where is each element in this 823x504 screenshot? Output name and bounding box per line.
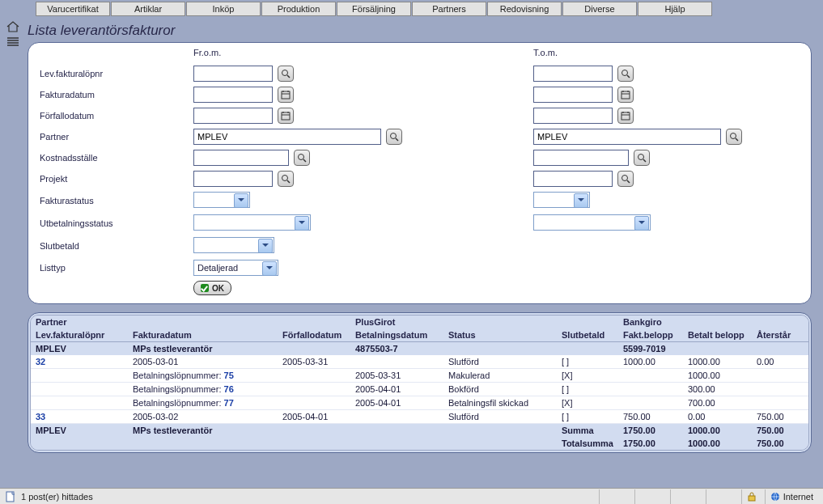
cell: [ ] [557, 383, 618, 396]
kostnad-to-search-icon[interactable] [634, 150, 650, 166]
cell: 1000.00 [683, 355, 752, 369]
cell: 300.00 [683, 383, 752, 396]
kostnad-to-input[interactable] [533, 150, 629, 166]
label-utbet: Utbetalningsstatus [40, 218, 193, 228]
cell [752, 396, 808, 410]
betnr-link[interactable]: 75 [224, 371, 234, 380]
utbet-to-select[interactable] [533, 214, 651, 231]
cell: 2005-03-01 [128, 355, 278, 369]
partner-from-input[interactable] [193, 129, 381, 145]
cell: [ ] [557, 410, 618, 424]
menu-forsaljning[interactable]: Försäljning [337, 2, 411, 16]
total-fb: 1750.00 [618, 437, 683, 450]
page-title: Lista leverantörsfakturor [28, 23, 817, 39]
forfallodatum-to-calendar-icon[interactable] [617, 108, 634, 124]
slutbetald-select[interactable] [193, 237, 274, 253]
th-plusgirot: PlusGirot [350, 316, 443, 328]
cell: 2005-04-01 [350, 383, 443, 396]
ok-button[interactable]: OK [193, 281, 231, 295]
th-fakturadatum: Fakturadatum [128, 328, 278, 342]
list-icon[interactable] [7, 37, 19, 47]
svg-line-27 [643, 159, 646, 162]
sum-bb: 1000.00 [683, 424, 752, 438]
svg-line-3 [627, 75, 630, 78]
cell: Bokförd [443, 383, 557, 396]
cell: 2005-03-31 [350, 369, 443, 383]
betnr-link[interactable]: 76 [224, 384, 234, 394]
svg-rect-33 [749, 496, 755, 501]
home-icon[interactable] [6, 21, 19, 32]
utbet-from-select[interactable] [193, 214, 311, 231]
lopnr-from-input[interactable] [193, 66, 273, 82]
th-status: Status [443, 328, 557, 342]
label-forfallodatum: Förfallodatum [40, 111, 193, 121]
th-partner: Partner [31, 316, 128, 328]
menu-varucertifikat[interactable]: Varucertifikat [36, 2, 110, 16]
table-row: Betalningslöpnummer: 75 2005-03-31 Makul… [31, 369, 808, 383]
forfallodatum-from-calendar-icon[interactable] [278, 108, 294, 124]
projekt-from-search-icon[interactable] [278, 171, 294, 187]
lopnr-to-input[interactable] [533, 66, 613, 82]
menu-hjalp[interactable]: Hjälp [638, 2, 712, 16]
group-bankgiro: 5599-7019 [618, 342, 808, 356]
cell: 2005-03-31 [278, 355, 350, 369]
menu-diverse[interactable]: Diverse [562, 2, 637, 16]
forfallodatum-to-input[interactable] [533, 108, 613, 124]
svg-point-20 [391, 133, 397, 139]
lopnr-to-search-icon[interactable] [617, 66, 634, 82]
lopnr-link[interactable]: 32 [36, 357, 45, 366]
betnr-link[interactable]: 77 [224, 398, 234, 408]
cell: 700.00 [683, 396, 752, 410]
partner-to-search-icon[interactable] [726, 129, 742, 145]
kostnad-from-search-icon[interactable] [294, 150, 310, 166]
cell: 2005-03-02 [128, 410, 278, 424]
partner-from-search-icon[interactable] [386, 129, 402, 145]
menu-produktion[interactable]: Produktion [261, 2, 336, 16]
lopnr-link[interactable]: 33 [36, 412, 45, 421]
cell: 2005-04-01 [278, 410, 350, 424]
forfallodatum-from-input[interactable] [193, 108, 273, 124]
fakturadatum-to-input[interactable] [533, 87, 613, 103]
menubar: Varucertifikat Artiklar Inköp Produktion… [3, 2, 817, 16]
menu-artiklar[interactable]: Artiklar [111, 2, 185, 16]
menu-inkop[interactable]: Inköp [186, 2, 261, 16]
cell: Slutförd [443, 355, 557, 369]
th-betdatum: Betalningsdatum [350, 328, 443, 342]
fakturastatus-from-select[interactable] [193, 192, 250, 208]
partner-to-input[interactable] [533, 129, 721, 145]
projekt-from-input[interactable] [193, 171, 273, 187]
cell: 0.00 [683, 410, 752, 424]
cell: [ ] [557, 355, 618, 369]
menu-redovisning[interactable]: Redovisning [487, 2, 562, 16]
sum-partner: MPLEV [31, 424, 128, 438]
cell [618, 383, 683, 396]
cell [350, 410, 443, 424]
cell: Betalningsfil skickad [443, 396, 557, 410]
fakturadatum-from-calendar-icon[interactable] [278, 87, 294, 103]
cell [752, 383, 808, 396]
check-icon [201, 284, 209, 292]
svg-line-31 [627, 180, 630, 183]
svg-point-30 [622, 176, 628, 181]
cell: Betalningslöpnummer: [133, 371, 221, 380]
fakturadatum-from-input[interactable] [193, 87, 273, 103]
ok-label: OK [212, 284, 224, 293]
svg-rect-16 [621, 112, 630, 120]
label-lopnr: Lev.fakturalöpnr [40, 69, 193, 78]
th-lopnr: Lev.fakturalöpnr [31, 328, 128, 342]
total-bb: 1000.00 [683, 437, 752, 450]
cell: 1000.00 [683, 369, 752, 383]
menu-partners[interactable]: Partners [412, 2, 486, 16]
listtyp-select[interactable]: Detaljerad [193, 260, 278, 276]
kostnad-from-input[interactable] [193, 150, 289, 166]
svg-point-22 [731, 133, 736, 139]
cell: 750.00 [752, 410, 808, 424]
total-label: Totalsumma [557, 437, 618, 450]
lopnr-from-search-icon[interactable] [278, 66, 294, 82]
projekt-to-search-icon[interactable] [617, 171, 634, 187]
fakturastatus-to-select[interactable] [533, 192, 590, 208]
svg-rect-8 [621, 91, 630, 99]
fakturadatum-to-calendar-icon[interactable] [617, 87, 634, 103]
cell: Betalningslöpnummer: [133, 384, 221, 394]
projekt-to-input[interactable] [533, 171, 613, 187]
